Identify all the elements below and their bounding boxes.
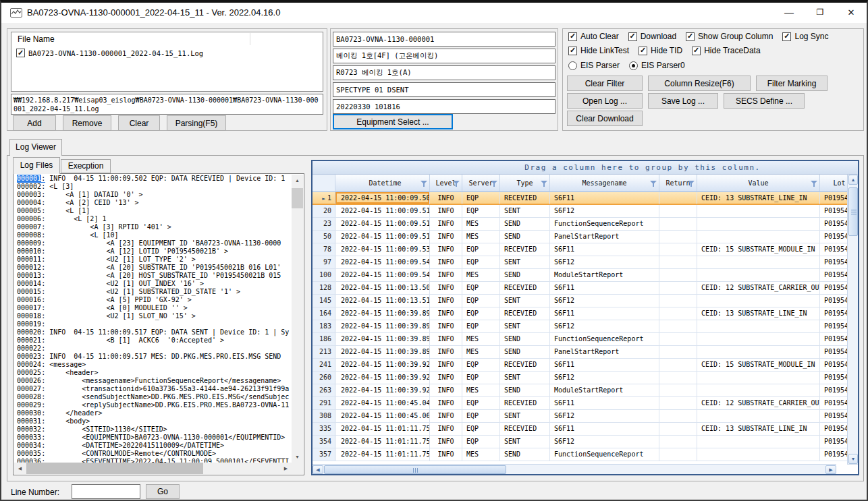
grid-header-level[interactable]: Level — [430, 175, 462, 192]
log-line[interactable]: 000031 <body> — [17, 417, 292, 425]
log-line[interactable]: 000015 <U2 [1] SUBSTRATED_ID_STATE '1' > — [17, 288, 292, 296]
filter-icon[interactable] — [541, 181, 547, 187]
log-line[interactable]: 000018 <U2 [1] SLOT_NO '15' > — [17, 312, 292, 320]
grid-vertical-scrollbar[interactable]: ▲ ▼ — [847, 175, 858, 464]
log-line[interactable]: 000005 <L [1] — [17, 207, 292, 215]
log-line[interactable]: 000016 <A [5] PPID 'GX-92' > — [17, 296, 292, 304]
table-row[interactable]: ►186 2022-04-15 11:00:39.892 INFO MES SE… — [313, 333, 847, 346]
filter-icon[interactable] — [491, 181, 497, 187]
table-row[interactable]: ►241 2022-04-15 11:00:39.924 INFO EQP RE… — [313, 359, 847, 372]
log-line[interactable]: 000021 <B [1] ACKC6 '0:Accepted' > — [17, 336, 292, 345]
options-button[interactable]: Filter Marking — [756, 76, 828, 91]
grid-horizontal-scrollbar[interactable]: ◀ ▶ — [313, 464, 836, 474]
equipment-line-field[interactable] — [333, 65, 555, 80]
table-row[interactable]: ►23 2022-04-15 11:00:09.517 INFO MES SEN… — [313, 218, 847, 231]
log-line[interactable]: 000007 <A [3] RPTID '401' > — [17, 223, 292, 231]
table-row[interactable]: ►260 2022-04-15 11:00:39.924 INFO EQP SE… — [313, 372, 847, 384]
file-action-button[interactable]: Clear — [118, 115, 160, 131]
log-line[interactable]: 000024 <message> — [17, 361, 292, 369]
tab-log-files[interactable]: Log Files — [13, 157, 60, 174]
spec-date-field[interactable] — [333, 99, 555, 114]
scroll-left-icon[interactable]: ◀ — [313, 465, 323, 474]
table-row[interactable]: ►263 2022-04-15 11:00:39.924 INFO MES SE… — [313, 384, 847, 397]
grid-header-return[interactable]: Return — [659, 175, 697, 192]
table-row[interactable]: ►308 2022-04-15 11:00:45.064 INFO EQP SE… — [313, 410, 847, 423]
log-line[interactable]: 000003 <A [1] DATAID '0' > — [17, 191, 292, 199]
grid-hscroll-thumb[interactable] — [324, 465, 506, 474]
tab-exception[interactable]: Execption — [61, 159, 111, 173]
file-action-button[interactable]: Remove — [63, 115, 111, 131]
filter-icon[interactable] — [650, 181, 657, 187]
scroll-up-icon[interactable]: ▲ — [848, 175, 858, 185]
log-line[interactable]: 000002 <L [3] — [17, 183, 292, 191]
log-line[interactable]: 000019 — [17, 320, 292, 328]
grid-header-type[interactable]: Type — [500, 175, 550, 192]
log-vscroll-thumb[interactable] — [292, 188, 303, 208]
log-line[interactable]: 000035 <CONTROLMODE>Remote</CONTROLMODE> — [17, 450, 292, 458]
filter-icon[interactable] — [453, 181, 460, 187]
filter-icon[interactable] — [421, 181, 427, 187]
log-line[interactable]: 000010 <A [12] LOTID 'P0195450021B' > — [17, 247, 292, 256]
option-checkbox[interactable]: Hide TID — [639, 46, 682, 55]
file-action-button[interactable]: Add — [13, 115, 56, 131]
file-action-button[interactable]: Parsing(F5) — [167, 115, 226, 131]
log-line[interactable]: 000009 <A [23] EQUIPMENT_ID 'BA0723-OVNA… — [17, 239, 292, 247]
table-row[interactable]: ►100 2022-04-15 11:00:09.548 INFO MES SE… — [313, 269, 847, 282]
log-line[interactable]: 000030 </header> — [17, 409, 292, 417]
log-line[interactable]: 000008 <L [10] — [17, 231, 292, 239]
filter-icon[interactable] — [688, 181, 695, 187]
table-row[interactable]: ►213 2022-04-15 11:00:39.892 INFO MES SE… — [313, 346, 847, 359]
table-row[interactable]: ►354 2022-04-15 11:01:11.756 INFO EQP SE… — [313, 436, 847, 448]
file-path-box[interactable]: ₩₩192.168.8.217₩eisap03_eislog₩BA0723-OV… — [11, 94, 323, 115]
maximize-button[interactable]: ❐ — [805, 3, 836, 22]
grid-vscroll-thumb[interactable] — [848, 187, 858, 236]
log-line[interactable]: 000036 <ESEVENTTIME>2022-04-15 11:00:09.… — [17, 458, 292, 463]
log-line[interactable]: 000029 <replySubjectName>DD.PKG.EIS.PRO.… — [17, 401, 292, 409]
table-row[interactable]: ►78 2022-04-15 11:00:09.533 INFO EQP REC… — [313, 243, 847, 256]
option-checkbox[interactable]: Download — [628, 32, 676, 41]
grid-header-value[interactable]: Value — [697, 175, 820, 192]
table-row[interactable]: ►291 2022-04-15 11:00:45.049 INFO EQP RE… — [313, 397, 847, 410]
log-horizontal-scrollbar[interactable]: ◀ ▶ — [14, 463, 292, 474]
spec-type-field[interactable] — [333, 82, 555, 97]
options-button[interactable]: Column Resize(F6) — [648, 76, 751, 91]
table-row[interactable]: ►183 2022-04-15 11:00:39.892 INFO EQP SE… — [313, 320, 847, 333]
option-checkbox[interactable]: Hide LinkTest — [568, 46, 629, 55]
equipment-id-field[interactable] — [333, 32, 555, 47]
grid-header-datetime[interactable]: Datetime — [335, 175, 430, 192]
log-lines[interactable]: 000001 INFO 04-15 11:00:09.502 EQP: DATA… — [14, 175, 292, 463]
grid-group-bar[interactable]: Drag a column here to group by this colu… — [313, 161, 858, 175]
log-line[interactable]: 000023 INFO 04-15 11:00:09.517 MES: DD.P… — [17, 353, 292, 361]
parser-radio[interactable]: EIS Parser — [568, 61, 620, 70]
log-vertical-scrollbar[interactable]: ▲ ▼ — [292, 175, 303, 463]
equipment-name-field[interactable] — [333, 49, 555, 63]
log-line[interactable]: 000025 <header> — [17, 369, 292, 377]
file-list[interactable]: File Name BA0723-OVNA-1130-000001_2022-0… — [11, 32, 323, 92]
log-line[interactable]: 000013 <A [20] HOST_SUBSTRATE_ID 'P01954… — [17, 272, 292, 280]
minimize-button[interactable]: — — [774, 3, 805, 22]
option-checkbox[interactable]: Show Group Column — [686, 32, 773, 41]
go-button[interactable]: Go — [146, 484, 180, 499]
log-line[interactable]: 000020 INFO 04-15 11:00:09.517 EQP: DATA… — [17, 328, 292, 336]
table-row[interactable]: ►97 2022-04-15 11:00:09.548 INFO EQP SEN… — [313, 256, 847, 269]
table-row[interactable]: ►357 2022-04-15 11:01:11.756 INFO MES SE… — [313, 448, 847, 461]
log-line[interactable]: 000014 <U2 [1] OUT_INDEX '16' > — [17, 280, 292, 288]
log-line[interactable]: 000026 <messagename>FunctionSequenceRepo… — [17, 377, 292, 385]
log-line[interactable]: 000001 INFO 04-15 11:00:09.502 EQP: DATA… — [17, 175, 292, 183]
file-list-header[interactable]: File Name — [11, 32, 323, 46]
scroll-right-icon[interactable]: ▶ — [280, 463, 292, 474]
log-line[interactable]: 000012 <A [20] SUBSTRATE_ID 'P0195450021… — [17, 264, 292, 272]
scroll-down-icon[interactable]: ▼ — [848, 454, 858, 464]
option-checkbox[interactable]: Log Sync — [782, 32, 828, 41]
table-row[interactable]: ►145 2022-04-15 11:00:13.517 INFO EQP SE… — [313, 295, 847, 307]
file-list-item[interactable]: BA0723-OVNA-1130-000001_2022-04-15_11.Lo… — [16, 49, 203, 57]
equipment-select-button[interactable]: Equipment Select ... — [333, 114, 453, 129]
filter-icon[interactable] — [811, 181, 817, 187]
scroll-left-icon[interactable]: ◀ — [14, 463, 26, 474]
close-button[interactable]: ✕ — [836, 3, 867, 22]
option-checkbox[interactable]: Auto Clear — [568, 32, 619, 41]
grid-header-lot[interactable]: Lot i — [820, 175, 847, 192]
table-row[interactable]: ►164 2022-04-15 11:00:39.892 INFO EQP RE… — [313, 307, 847, 320]
grid-header-server[interactable]: Server — [462, 175, 500, 192]
log-line[interactable]: 000022 — [17, 345, 292, 353]
